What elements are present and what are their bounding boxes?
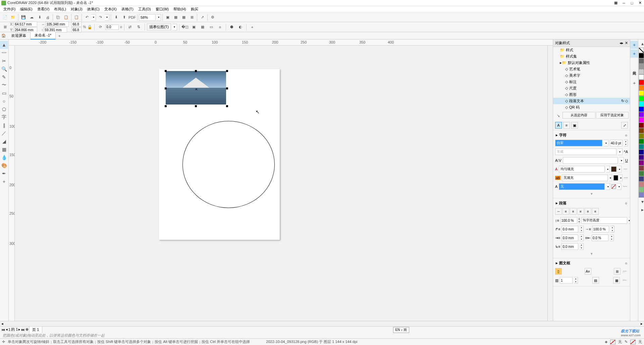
menu-view[interactable]: 查看(V) [35, 6, 52, 12]
zoom-input[interactable] [139, 14, 156, 21]
width-input[interactable] [45, 21, 69, 27]
fill-status-icon[interactable]: ◈ [605, 340, 607, 344]
color-swatch[interactable] [639, 171, 644, 176]
scale-x-input[interactable] [71, 21, 82, 27]
font-size-spinner[interactable]: ▴▾ [624, 140, 628, 146]
tab-paragraph[interactable]: ≡ [563, 122, 570, 129]
x-input[interactable] [14, 21, 37, 27]
wrap-button[interactable]: ▭ [208, 23, 215, 31]
undo-dropdown[interactable]: ▾ [91, 14, 96, 21]
right-input[interactable] [592, 234, 608, 241]
from-selection-button[interactable]: 从选定内容 [562, 112, 595, 119]
frame-more-icon[interactable]: ⋯ [621, 268, 628, 275]
center-marker[interactable]: ✕ [195, 87, 198, 91]
collapse-icon[interactable]: ◂▸ [620, 41, 624, 45]
guidelines-button[interactable]: ⊞ [188, 14, 196, 21]
menu-buy[interactable]: 购买 [189, 6, 200, 12]
handle-se[interactable] [226, 105, 228, 107]
fill-color-swatch[interactable] [611, 166, 616, 172]
rotation-input[interactable] [105, 24, 119, 30]
color-swatch[interactable] [639, 80, 644, 85]
close-panel-icon[interactable]: ✕ [625, 41, 628, 45]
outline-status-icon[interactable]: ✎ [625, 340, 628, 344]
after-input[interactable] [561, 243, 578, 250]
outline-color-swatch[interactable] [611, 184, 616, 189]
tab-expand[interactable]: ⤢ [621, 122, 628, 129]
polygon-tool[interactable]: ⬠ [0, 105, 8, 113]
pick-tool[interactable]: ▲ [0, 41, 8, 49]
add-tool[interactable]: + [0, 178, 8, 186]
mirror-v-button[interactable]: ⇅ [135, 23, 143, 31]
color-swatch[interactable] [639, 160, 644, 165]
color-swatch[interactable] [639, 176, 644, 182]
page-first-icon[interactable]: ⏮ [1, 328, 5, 332]
options-button[interactable]: ⚙ [209, 14, 216, 21]
page-tab-1[interactable]: 页 1 [29, 326, 42, 333]
no-color-swatch[interactable] [639, 48, 644, 53]
docker-plus-icon[interactable]: + [630, 79, 638, 87]
crop-tool[interactable]: ✂ [0, 57, 8, 65]
font-input[interactable] [555, 140, 602, 146]
bg-color-swatch[interactable] [613, 175, 618, 181]
menu-text[interactable]: 文本(X) [102, 6, 119, 12]
menu-table[interactable]: 表格(T) [119, 6, 136, 12]
collapse-para-icon[interactable]: ▾ [553, 251, 630, 257]
color-swatch[interactable] [639, 139, 644, 144]
transparency-tool[interactable]: ▦ [0, 145, 8, 153]
order-button[interactable]: ⬢ [228, 23, 235, 31]
handle-ne[interactable] [226, 70, 228, 72]
small-caps-icon[interactable]: ᴬA [624, 150, 628, 154]
transparency-button[interactable]: ◐ [237, 23, 244, 31]
line-mode-input[interactable] [581, 217, 627, 224]
font-size-input[interactable] [610, 140, 623, 146]
color-swatch[interactable] [639, 128, 644, 133]
cloud-up-button[interactable]: ☁ [28, 14, 35, 21]
color-swatch[interactable] [639, 182, 644, 187]
lock-ratio-icon[interactable]: 🔒 [87, 25, 92, 29]
add-styleset-icon[interactable]: + [630, 50, 638, 58]
align-none[interactable]: ─ [555, 208, 562, 215]
color-swatch[interactable] [639, 123, 644, 128]
bg-more-icon[interactable]: ⋯ [624, 175, 628, 181]
home-icon[interactable]: 🏠 [0, 32, 7, 40]
color-swatch[interactable] [639, 107, 644, 112]
rotate-icon[interactable]: ⟳ [97, 23, 104, 31]
color-swatch[interactable] [639, 90, 644, 96]
trace-bitmap-button[interactable]: 描摹位图(T) [147, 23, 171, 30]
apply-selection-button[interactable]: 应用于选定对象 [596, 112, 629, 119]
undo-button[interactable]: ↶ [83, 14, 91, 21]
circle-shape[interactable] [182, 121, 275, 208]
fill-type-input[interactable] [559, 166, 605, 172]
palette-menu-icon[interactable]: ▸ [638, 206, 644, 214]
color-swatch[interactable] [639, 96, 644, 101]
frame-more2-icon[interactable]: ⋯ [621, 277, 628, 284]
align-center[interactable]: ≡ [570, 208, 577, 215]
fullscreen-button[interactable]: ▣ [164, 14, 171, 21]
page-add-icon[interactable]: ⊕ [25, 327, 29, 332]
color-swatch[interactable] [639, 165, 644, 171]
color-swatch[interactable] [639, 64, 644, 69]
left-input[interactable] [561, 234, 578, 241]
tab-frame[interactable]: ▣ [571, 122, 578, 129]
menu-object[interactable]: 对象(J) [69, 6, 85, 12]
crop-button[interactable]: �◫ [181, 23, 189, 31]
add-button[interactable]: + [249, 23, 256, 31]
color-swatch[interactable] [639, 58, 644, 64]
import-style-icon[interactable]: ↘ [554, 112, 562, 119]
page-prev-icon[interactable]: ◂ [6, 327, 8, 332]
tree-graphic[interactable]: ◇图形 [553, 91, 630, 98]
rectangle-tool[interactable]: ▭ [0, 89, 8, 97]
color-swatch[interactable] [639, 101, 644, 107]
zoom-tool[interactable]: 🔍 [0, 65, 8, 73]
menu-help[interactable]: 帮助(H) [171, 6, 188, 12]
clipboard-button[interactable]: 📋 [73, 14, 80, 21]
color-swatch[interactable] [639, 117, 644, 123]
new-tab-button[interactable]: + [56, 32, 63, 40]
before-input[interactable] [561, 226, 578, 232]
palette-down-icon[interactable]: ▾ [638, 198, 644, 206]
align-left[interactable]: ≡ [562, 208, 569, 215]
kerning-input[interactable] [563, 157, 618, 164]
tab-document[interactable]: 未命名 -1* [31, 32, 56, 40]
tree-defaults[interactable]: ▸📁默认对象属性 [553, 60, 630, 66]
docker-styles-tab[interactable]: 对象样式 [630, 58, 638, 78]
